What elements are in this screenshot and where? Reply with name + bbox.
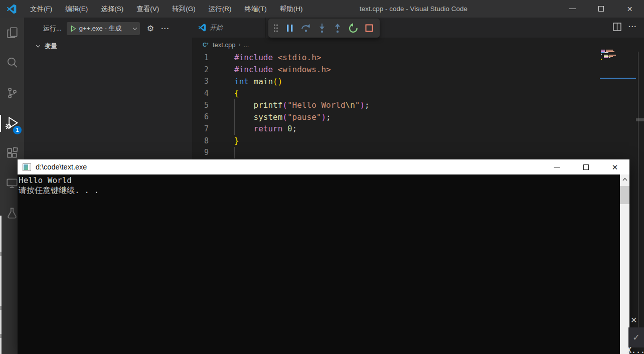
code-line[interactable]: 6 system("pause");: [192, 111, 644, 123]
debug-sidebar-header: 运行... g++.exe - 生成 ⚙ ···: [24, 18, 192, 39]
console-app-icon: [23, 163, 31, 171]
menu-edit[interactable]: 编辑(E): [59, 0, 94, 18]
line-number: 9: [192, 148, 217, 157]
code-line[interactable]: 8}: [192, 135, 644, 147]
step-over-button[interactable]: [300, 23, 311, 33]
maximize-icon: [583, 164, 589, 170]
tab-welcome[interactable]: 开始: [192, 18, 266, 38]
line-number: 3: [192, 77, 217, 86]
pause-button[interactable]: [285, 23, 295, 33]
code-line[interactable]: 2#include <windows.h>: [192, 64, 644, 76]
indent-guide: [234, 147, 235, 159]
console-scrollbar-thumb[interactable]: [620, 186, 629, 204]
active-indicator: [0, 115, 1, 132]
activity-source-control[interactable]: [0, 78, 24, 108]
code-line[interactable]: 5 printf("Hello World\n");: [192, 99, 644, 111]
console-line: 请按任意键继续. . .: [19, 186, 619, 196]
minimize-icon: [554, 167, 560, 167]
editor-scrollbar-thumb[interactable]: [636, 118, 644, 121]
console-maximize-button[interactable]: [571, 159, 600, 174]
console-title: d:\code\text.exe: [36, 163, 87, 171]
line-number: 4: [192, 89, 217, 98]
tab-welcome-label: 开始: [210, 23, 223, 32]
activity-search[interactable]: [0, 48, 24, 78]
minimap-slider: [600, 78, 636, 79]
launch-config-label: g++.exe - 生成: [79, 24, 127, 33]
chevron-down-icon: [132, 26, 138, 32]
code-line[interactable]: 7 return 0;: [192, 123, 644, 135]
close-button[interactable]: ✕: [615, 0, 644, 18]
maximize-button[interactable]: [587, 0, 615, 18]
title-bar: 文件(F) 编辑(E) 选择(S) 查看(V) 转到(G) 运行(R) 终端(T…: [0, 0, 644, 18]
editor-more-actions-icon[interactable]: ···: [628, 23, 637, 31]
step-into-button[interactable]: [317, 23, 327, 33]
tab-bar: 开始 h.json: [192, 18, 644, 38]
menu-file[interactable]: 文件(F): [24, 0, 59, 18]
console-output[interactable]: Hello World 请按任意键继续. . .: [18, 174, 629, 354]
maximize-icon: [598, 6, 604, 12]
vscode-logo-icon: [198, 24, 206, 32]
console-window: d:\code\text.exe ✕ Hello World 请按任意键继续. …: [18, 159, 629, 354]
activity-explorer[interactable]: [0, 18, 24, 48]
code-line[interactable]: 9: [192, 147, 644, 159]
gear-icon[interactable]: ⚙: [147, 25, 154, 33]
start-debug-icon[interactable]: [70, 25, 77, 32]
line-number: 5: [192, 101, 217, 110]
scroll-up-icon[interactable]: [620, 174, 629, 184]
console-title-bar[interactable]: d:\code\text.exe ✕: [18, 159, 629, 174]
console-close-button[interactable]: ✕: [600, 159, 629, 174]
breadcrumb-file[interactable]: text.cpp: [213, 41, 236, 49]
explorer-icon: [6, 26, 19, 39]
launch-config-dropdown[interactable]: g++.exe - 生成: [67, 22, 140, 35]
background-window-edge: [0, 216, 2, 354]
extensions-icon: [6, 146, 19, 159]
line-number: 6: [192, 112, 217, 121]
console-minimize-button[interactable]: [542, 159, 571, 174]
minimap[interactable]: [597, 49, 644, 84]
line-number: 2: [192, 65, 217, 74]
svg-text:+: +: [206, 42, 209, 46]
close-icon: ✕: [627, 6, 633, 13]
menu-run[interactable]: 运行(R): [202, 0, 238, 18]
minimize-icon: [569, 9, 576, 9]
code-line[interactable]: 1#include <stdio.h>: [192, 52, 644, 64]
menu-bar: 文件(F) 编辑(E) 选择(S) 查看(V) 转到(G) 运行(R) 终端(T…: [24, 0, 309, 18]
code-editor[interactable]: 1#include <stdio.h>2#include <windows.h>…: [192, 52, 644, 177]
breadcrumb-more[interactable]: ...: [244, 41, 249, 49]
breadcrumb[interactable]: C + text.cpp › ...: [192, 38, 644, 52]
check-icon: ✓: [632, 332, 640, 343]
menu-help[interactable]: 帮助(H): [273, 0, 309, 18]
activity-run-and-debug[interactable]: 1: [0, 108, 24, 138]
code-line[interactable]: 3int main(): [192, 75, 644, 87]
drag-handle-icon[interactable]: [272, 23, 279, 33]
debug-badge: 1: [13, 126, 22, 134]
vscode-logo-icon: [7, 4, 17, 14]
minimize-button[interactable]: [558, 0, 587, 18]
console-line: Hello World: [19, 175, 619, 186]
close-icon: ✕: [612, 163, 618, 171]
menu-selection[interactable]: 选择(S): [94, 0, 130, 18]
clipped-notification-text: X...: [627, 346, 644, 354]
code-line[interactable]: 4{: [192, 87, 644, 99]
menu-terminal[interactable]: 终端(T): [238, 0, 273, 18]
stop-button[interactable]: [364, 23, 374, 33]
cpp-file-icon: C +: [202, 41, 210, 49]
editor-scrollbar[interactable]: [638, 52, 638, 331]
notification-check-panel[interactable]: ✓: [628, 327, 644, 347]
menu-view[interactable]: 查看(V): [130, 0, 166, 18]
step-out-button[interactable]: [333, 23, 343, 33]
line-number: 8: [192, 136, 217, 145]
breadcrumb-separator-icon: ›: [239, 41, 241, 48]
notification-close-icon[interactable]: ✕: [630, 315, 637, 325]
chevron-down-icon: [35, 43, 41, 49]
vscode-window: 文件(F) 编辑(E) 选择(S) 查看(V) 转到(G) 运行(R) 终端(T…: [0, 0, 644, 354]
run-label: 运行...: [43, 24, 62, 33]
split-editor-icon[interactable]: [613, 23, 621, 33]
line-number: 1: [192, 53, 217, 62]
restart-button[interactable]: [348, 23, 359, 34]
menu-go[interactable]: 转到(G): [166, 0, 202, 18]
window-title: text.cpp - code - Visual Studio Code: [360, 0, 467, 18]
variables-section-header[interactable]: 变量: [24, 40, 192, 53]
debug-toolbar: [268, 19, 380, 38]
more-actions-icon[interactable]: ···: [161, 25, 170, 32]
